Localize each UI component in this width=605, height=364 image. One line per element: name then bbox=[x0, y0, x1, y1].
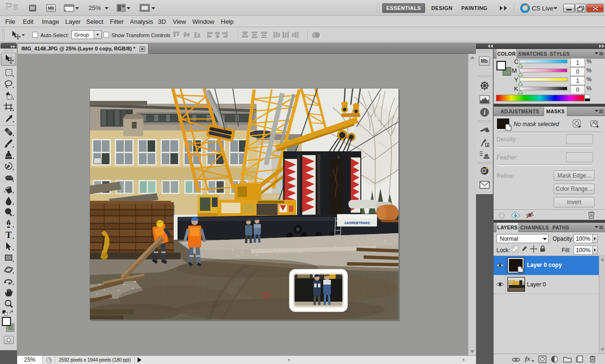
svg-text:ZAGREBTRANS: ZAGREBTRANS bbox=[344, 221, 370, 225]
svg-text:T: T bbox=[6, 230, 12, 240]
svg-text:i: i bbox=[484, 109, 486, 116]
